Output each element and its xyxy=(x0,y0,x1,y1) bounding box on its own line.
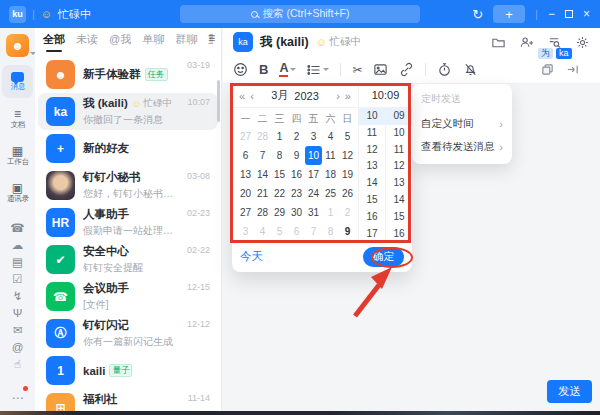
hour-option[interactable]: 11 xyxy=(359,125,385,142)
hour-option[interactable]: 15 xyxy=(359,192,385,209)
hour-option[interactable]: 12 xyxy=(359,142,385,159)
chat-list-item[interactable]: ✔ 安全中心 钉钉安全提醒 02-22 xyxy=(38,241,218,278)
minute-option[interactable]: 15 xyxy=(386,209,412,226)
chat-list-item[interactable]: ka 我 (kaili) ☺ 忙碌中 你撤回了一条消息 10:07 xyxy=(38,93,218,130)
chat-filter-tab[interactable]: 未读 xyxy=(76,32,98,47)
today-link[interactable]: 今天 xyxy=(240,249,263,264)
day-cell[interactable]: 9 xyxy=(288,146,305,165)
history-icon[interactable]: ↻ xyxy=(472,7,483,22)
day-cell[interactable]: 26 xyxy=(339,184,356,203)
emoji-icon[interactable] xyxy=(233,62,248,77)
minute-option[interactable]: 12 xyxy=(386,158,412,175)
sidebar-item-messages[interactable]: 消息 xyxy=(2,65,33,98)
day-cell[interactable]: 2 xyxy=(288,127,305,146)
day-cell[interactable]: 9 xyxy=(339,222,356,241)
hour-option[interactable]: 17 xyxy=(359,226,385,242)
profile-avatar[interactable]: ☻ xyxy=(6,34,29,57)
day-cell[interactable]: 20 xyxy=(237,184,254,203)
chat-list-item[interactable]: Ⓐ 钉钉闪记 你有一篇新闪记生成 12-12 xyxy=(38,315,218,352)
day-cell[interactable]: 1 xyxy=(322,203,339,222)
add-member-icon[interactable] xyxy=(519,35,534,50)
day-cell[interactable]: 3 xyxy=(305,127,322,146)
menu-item[interactable]: 查看待发送消息 › xyxy=(421,135,503,158)
minimize-button[interactable]: − xyxy=(548,7,555,21)
chat-list-item[interactable]: ☻ 新手体验群 任务 03-19 xyxy=(38,56,218,93)
send-button[interactable]: 发送 xyxy=(547,380,592,403)
day-cell[interactable]: 30 xyxy=(288,203,305,222)
day-cell[interactable]: 6 xyxy=(237,146,254,165)
minute-option[interactable]: 10 xyxy=(386,125,412,142)
day-cell[interactable]: 8 xyxy=(271,146,288,165)
prev-year-button[interactable]: « xyxy=(239,90,245,102)
flash-icon[interactable]: ↯ xyxy=(13,291,23,303)
prev-month-button[interactable]: ‹ xyxy=(250,90,254,102)
day-cell[interactable]: 25 xyxy=(322,184,339,203)
hour-option[interactable]: 14 xyxy=(359,175,385,192)
chat-filter-tab[interactable]: @我 xyxy=(109,32,131,47)
more-button[interactable]: ⋯ xyxy=(0,391,35,405)
day-cell[interactable]: 4 xyxy=(322,127,339,146)
todo-icon[interactable]: ☑ xyxy=(12,274,22,286)
day-cell[interactable]: 17 xyxy=(305,165,322,184)
day-cell[interactable]: 16 xyxy=(288,165,305,184)
day-cell[interactable]: 27 xyxy=(237,127,254,146)
list-format-button[interactable] xyxy=(307,63,329,77)
day-cell[interactable]: 2 xyxy=(339,203,356,222)
day-cell[interactable]: 21 xyxy=(254,184,271,203)
sidebar-item-docs[interactable]: ≡ 文档 xyxy=(2,102,33,135)
day-cell[interactable]: 15 xyxy=(271,165,288,184)
chat-filter-tab[interactable]: 单聊 xyxy=(142,32,164,47)
folder-icon[interactable] xyxy=(491,35,506,50)
mail-icon[interactable]: ✉ xyxy=(13,325,23,337)
scrollbar[interactable] xyxy=(217,80,220,122)
day-cell[interactable]: 11 xyxy=(322,146,339,165)
day-cell[interactable]: 5 xyxy=(339,127,356,146)
confirm-button[interactable]: 确定 xyxy=(363,247,404,267)
sidebar-item-contacts[interactable]: ▣ 通讯录 xyxy=(2,176,33,209)
multi-window-icon[interactable] xyxy=(541,63,554,76)
global-search-input[interactable]: 搜索 (Ctrl+Shift+F) xyxy=(180,5,420,23)
day-cell[interactable]: 6 xyxy=(288,222,305,241)
day-cell[interactable]: 5 xyxy=(271,222,288,241)
day-cell[interactable]: 27 xyxy=(237,203,254,222)
circles-icon[interactable]: @ xyxy=(12,342,24,354)
chat-filter-tab[interactable]: 群聊 xyxy=(175,32,197,47)
day-cell[interactable]: 7 xyxy=(254,146,271,165)
day-cell[interactable]: 8 xyxy=(322,222,339,241)
schedule-send-timer-icon[interactable] xyxy=(437,62,452,77)
link-icon[interactable] xyxy=(399,62,414,77)
day-cell[interactable]: 31 xyxy=(305,203,322,222)
hour-option[interactable]: 16 xyxy=(359,209,385,226)
bold-button[interactable]: B xyxy=(259,62,268,77)
minute-option[interactable]: 09 xyxy=(386,108,412,125)
chat-list-item[interactable]: ☎ 会议助手 [文件] 12-15 xyxy=(38,278,218,315)
day-cell[interactable]: 23 xyxy=(288,184,305,203)
day-cell[interactable]: 28 xyxy=(254,127,271,146)
settings-gear-icon[interactable] xyxy=(575,35,590,50)
avatar[interactable]: ka xyxy=(233,32,253,52)
day-cell[interactable]: 19 xyxy=(339,165,356,184)
live-icon[interactable]: Ψ xyxy=(13,308,23,320)
day-cell[interactable]: 4 xyxy=(254,222,271,241)
minute-option[interactable]: 13 xyxy=(386,175,412,192)
day-cell[interactable]: 13 xyxy=(237,165,254,184)
next-year-button[interactable]: » xyxy=(345,90,351,102)
new-chat-button[interactable]: + xyxy=(493,5,525,23)
day-cell[interactable]: 1 xyxy=(271,127,288,146)
day-cell[interactable]: 24 xyxy=(305,184,322,203)
day-cell[interactable]: 7 xyxy=(305,222,322,241)
calendar-icon[interactable]: ▤ xyxy=(12,257,23,269)
cloud-drive-icon[interactable]: ☁ xyxy=(12,240,24,252)
chat-list-item[interactable]: 1 kaili 量子 xyxy=(38,352,218,389)
app-avatar[interactable]: ku xyxy=(9,6,26,23)
minute-option[interactable]: 16 xyxy=(386,226,412,242)
day-cell[interactable]: 29 xyxy=(271,203,288,222)
day-cell[interactable]: 18 xyxy=(322,165,339,184)
hand-icon[interactable]: ☝ xyxy=(14,359,21,371)
day-cell[interactable]: 12 xyxy=(339,146,356,165)
day-cell[interactable]: 3 xyxy=(237,222,254,241)
chat-list-item[interactable]: 钉钉小秘书 您好，钉钉小秘书服务全面升... 03-08 xyxy=(38,167,218,204)
day-cell[interactable]: 22 xyxy=(271,184,288,203)
day-cell[interactable]: 14 xyxy=(254,165,271,184)
chat-filter-tab[interactable]: 全部 xyxy=(43,32,65,47)
